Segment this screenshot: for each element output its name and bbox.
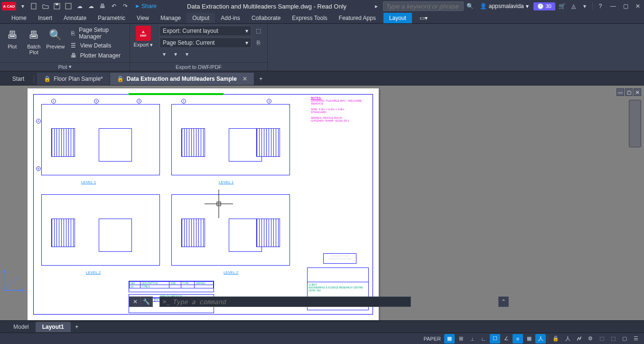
export-combo[interactable]: Export: Current layout▾ — [159, 26, 252, 36]
status-paper[interactable]: PAPER — [421, 334, 443, 344]
drawing-canvas[interactable]: 1 2 3 A B 1 3 — [0, 86, 644, 320]
export-window-icon[interactable]: ⬚ — [253, 26, 263, 36]
cmd-close-icon[interactable]: ✕ — [130, 296, 141, 307]
plotter-icon: 🖶 — [70, 52, 77, 59]
dropdown-icon[interactable]: ▾ — [580, 1, 589, 11]
tab-extra[interactable]: ▭▾ — [416, 13, 431, 23]
cmd-wrench-icon[interactable]: 🔧 — [141, 296, 152, 307]
preview-button[interactable]: 🔍Preview — [45, 26, 66, 60]
new-file-icon[interactable] — [29, 1, 39, 11]
status-customize-icon[interactable]: ☰ — [631, 334, 641, 344]
tab-addins[interactable]: Add-ins — [215, 13, 246, 23]
export-button[interactable]: ADWF Export ▾ — [130, 24, 157, 62]
vp-close-icon[interactable]: ✕ — [634, 88, 641, 96]
tab-start[interactable]: Start — [6, 73, 31, 85]
help-icon[interactable]: ? — [596, 1, 605, 11]
lock-icon: 🔒 — [44, 76, 51, 82]
save-icon[interactable] — [52, 1, 62, 11]
cart-icon[interactable]: 🛒 — [557, 1, 567, 11]
redo-icon[interactable]: ↷ — [121, 1, 130, 11]
status-angle-icon[interactable]: ∠ — [501, 334, 512, 344]
search-box[interactable] — [383, 1, 464, 11]
plot-button[interactable]: 🖶Plot — [2, 26, 23, 60]
page-setup-combo[interactable]: Page Setup: Current▾ — [159, 38, 252, 48]
status-ortho-icon[interactable]: ∟ — [478, 334, 489, 344]
add-file-tab[interactable]: + — [254, 73, 268, 85]
status-workspace-icon[interactable]: ⚙ — [585, 334, 596, 344]
vp-minimize-icon[interactable]: — — [616, 88, 624, 96]
close-tab-icon[interactable]: ✕ — [243, 76, 247, 82]
add-layout-tab[interactable]: + — [71, 324, 83, 330]
status-scale-lock-icon[interactable]: 🔒 — [550, 334, 561, 344]
preview-label: Preview — [46, 44, 65, 49]
layout1-tab[interactable]: Layout1 — [36, 322, 71, 332]
tab-collaborate[interactable]: Collaborate — [246, 13, 286, 23]
tab-manage[interactable]: Manage — [155, 13, 187, 23]
navigation-bar[interactable] — [629, 100, 641, 147]
close-button[interactable]: ✕ — [634, 2, 642, 10]
web-save-icon[interactable]: ☁ — [86, 1, 96, 11]
status-polar-icon[interactable]: ⟂ — [467, 334, 477, 344]
tab-view[interactable]: View — [131, 13, 155, 23]
app-icon[interactable]: ◬ — [569, 1, 578, 11]
search-icon[interactable]: 🔍 — [466, 1, 475, 11]
new-icon[interactable]: ▾ — [18, 1, 28, 11]
level-label: LEVEL 2 — [86, 270, 101, 275]
print-icon[interactable]: 🖶 — [98, 1, 107, 11]
plotter-manager-button[interactable]: 🖶Plotter Manager — [67, 51, 128, 60]
send-icon: ➤ — [135, 3, 140, 10]
status-monitor-icon[interactable]: ⬚ — [597, 334, 607, 344]
page-setup-icon: ⎘ — [70, 29, 76, 37]
export-dwf-icon[interactable]: ▾ — [171, 49, 180, 59]
command-line[interactable]: >_ — [159, 296, 411, 307]
status-annovis-icon[interactable]: 人 — [562, 334, 573, 344]
export-label: Export — [134, 42, 149, 48]
model-tab[interactable]: Model — [7, 322, 36, 332]
undo-icon[interactable]: ↶ — [109, 1, 119, 11]
search-arrow-icon[interactable]: ▸ — [372, 1, 381, 11]
batch-plot-button[interactable]: 🖶Batch Plot — [24, 26, 45, 60]
restore-button[interactable]: ▢ — [621, 2, 630, 10]
commandline-expand[interactable]: ⌃ — [498, 296, 509, 307]
tab-layout[interactable]: Layout — [383, 13, 412, 23]
tab-parametric[interactable]: Parametric — [92, 13, 131, 23]
web-open-icon[interactable]: ☁ — [75, 1, 84, 11]
export-more-icon[interactable]: ▾ — [182, 49, 192, 59]
file-tab-floorplan[interactable]: 🔒Floor Plan Sample* — [37, 73, 110, 85]
user-account[interactable]: 👤appsmalavida▾ — [480, 3, 529, 10]
export-options-icon[interactable]: ⎘ — [253, 38, 263, 48]
tab-home[interactable]: Home — [6, 13, 32, 23]
issued-stamp: ISSUED FOR CONSTRUCTION — [323, 253, 356, 264]
status-osnap-icon[interactable]: ☐ — [490, 334, 500, 344]
tab-express[interactable]: Express Tools — [286, 13, 333, 23]
status-cleanscreen-icon[interactable]: ▢ — [619, 334, 630, 344]
view-details-button[interactable]: ☰View Details — [67, 41, 128, 50]
batch-icon: 🖶 — [26, 28, 41, 43]
tab-annotate[interactable]: Annotate — [58, 13, 92, 23]
export-pdf-icon[interactable]: ▾ — [159, 49, 169, 59]
minimize-button[interactable]: — — [609, 2, 617, 10]
status-transparency-icon[interactable]: ▦ — [524, 334, 534, 344]
status-snap-icon[interactable]: ⊞ — [456, 334, 466, 344]
file-tab-label: Floor Plan Sample* — [54, 76, 103, 82]
saveas-icon[interactable] — [64, 1, 73, 11]
status-grid-icon[interactable]: ▦ — [444, 334, 455, 344]
status-lineweight-icon[interactable]: ≡ — [513, 334, 523, 344]
page-setup-manager-button[interactable]: ⎘Page Setup Manager — [67, 26, 128, 41]
trial-badge[interactable]: 🕐30 — [533, 2, 555, 10]
tab-insert[interactable]: Insert — [32, 13, 58, 23]
file-tab-dataextraction[interactable]: 🔒Data Extraction and Multileaders Sample… — [110, 73, 254, 85]
tab-output[interactable]: Output — [187, 13, 215, 23]
share-button[interactable]: ➤Share — [135, 3, 157, 10]
status-annoscale-icon[interactable]: 人 — [535, 334, 546, 344]
search-input[interactable] — [386, 3, 460, 10]
status-annoauto-icon[interactable]: 🗲 — [574, 334, 584, 344]
app-logo[interactable]: A CAD — [2, 2, 16, 10]
vp-restore-icon[interactable]: ▢ — [625, 88, 633, 96]
tab-featured[interactable]: Featured Apps — [333, 13, 382, 23]
panel-plot-title[interactable]: Plot ▾ — [0, 62, 130, 71]
command-input[interactable] — [172, 298, 408, 306]
svg-line-11 — [4, 277, 18, 290]
open-icon[interactable] — [41, 1, 50, 11]
status-units-icon[interactable]: ⬚ — [608, 334, 618, 344]
